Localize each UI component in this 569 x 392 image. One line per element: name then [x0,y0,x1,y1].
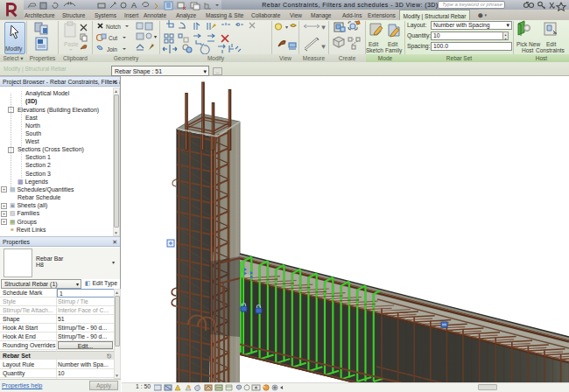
svg-text:Cut: Cut [109,35,117,41]
svg-text:Edit: Edit [546,41,556,47]
svg-text:Edit: Edit [369,41,378,47]
svg-text:Family: Family [385,47,403,54]
svg-text:Paste: Paste [64,41,79,47]
svg-text:▾: ▾ [322,24,325,30]
svg-text:Sketch: Sketch [366,47,383,53]
svg-text:Notch: Notch [106,24,121,30]
svg-text:Edit: Edit [388,41,397,47]
svg-text:Host: Host [522,47,534,53]
svg-text:▾: ▾ [322,44,325,49]
svg-text:Pick New: Pick New [516,41,540,47]
svg-text:Join: Join [107,46,117,52]
svg-text:A: A [131,1,137,10]
svg-text:Constraints: Constraints [536,47,565,53]
svg-text:▾: ▾ [285,24,288,30]
svg-text:▾: ▾ [154,34,157,39]
